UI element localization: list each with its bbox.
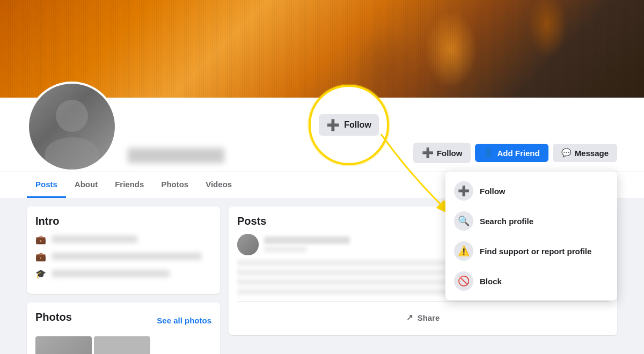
- follow-icon: ➕: [422, 147, 434, 159]
- follow-button[interactable]: ➕ Follow: [413, 143, 471, 163]
- follow-label: Follow: [437, 149, 463, 158]
- message-button[interactable]: 💬 Message: [553, 144, 617, 162]
- photo-thumb-2[interactable]: [94, 336, 150, 354]
- dropdown-follow-label: Follow: [480, 187, 506, 196]
- intro-item-2: 💼: [35, 251, 211, 262]
- dropdown-follow-icon: ➕: [454, 181, 473, 201]
- profile-actions: ➕ Follow 👤 Add Friend 💬 Message: [413, 143, 617, 172]
- photos-grid: [35, 336, 211, 354]
- highlighted-follow-label: Follow: [344, 120, 371, 130]
- highlighted-follow-icon: ➕: [326, 119, 340, 131]
- profile-name-blur: [128, 148, 224, 163]
- see-all-photos-link[interactable]: See all photos: [157, 316, 211, 325]
- photos-card: Photos See all photos: [27, 303, 220, 354]
- post-author-avatar: [237, 234, 259, 255]
- share-label: Share: [418, 313, 440, 322]
- add-friend-icon: 👤: [484, 148, 494, 158]
- intro-card: Intro 💼 💼 🎓: [27, 206, 220, 294]
- education-icon: 🎓: [35, 268, 46, 279]
- highlight-circle: ➕ Follow: [309, 85, 389, 165]
- add-friend-button[interactable]: 👤 Add Friend: [475, 144, 548, 162]
- dropdown-item-follow[interactable]: ➕ Follow: [445, 176, 617, 206]
- post-meta-blur: [264, 246, 307, 253]
- avatar: [27, 82, 117, 172]
- dropdown-item-block[interactable]: 🚫 Block: [445, 266, 617, 296]
- dropdown-search-icon: 🔍: [454, 211, 473, 231]
- photos-title: Photos: [35, 311, 72, 323]
- intro-text-3: [52, 270, 170, 277]
- highlighted-follow-button[interactable]: ➕ Follow: [319, 114, 379, 136]
- avatar-wrapper: [27, 82, 117, 172]
- left-sidebar: Intro 💼 💼 🎓 Photos See all photos: [27, 206, 220, 354]
- intro-text-1: [52, 235, 137, 243]
- photos-header: Photos See all photos: [35, 311, 211, 330]
- add-friend-label: Add Friend: [497, 149, 539, 158]
- tab-videos[interactable]: Videos: [197, 172, 240, 198]
- intro-item-1: 💼: [35, 234, 211, 245]
- briefcase-icon-1: 💼: [35, 234, 46, 245]
- briefcase-icon-2: 💼: [35, 251, 46, 262]
- tab-posts[interactable]: Posts: [27, 172, 66, 198]
- dropdown-search-label: Search profile: [480, 217, 533, 226]
- share-button[interactable]: ↗ Share: [237, 308, 609, 327]
- message-icon: 💬: [561, 148, 572, 158]
- intro-item-3: 🎓: [35, 268, 211, 279]
- intro-text-2: [52, 253, 202, 260]
- tab-about[interactable]: About: [66, 172, 106, 198]
- tab-friends[interactable]: Friends: [106, 172, 152, 198]
- avatar-inner: [29, 84, 115, 169]
- tab-photos[interactable]: Photos: [152, 172, 197, 198]
- dropdown-item-report[interactable]: ⚠️ Find support or report profile: [445, 236, 617, 266]
- share-icon: ↗: [406, 313, 413, 322]
- dropdown-menu: ➕ Follow 🔍 Search profile ⚠️ Find suppor…: [445, 172, 617, 300]
- dropdown-block-label: Block: [480, 277, 502, 286]
- intro-title: Intro: [35, 215, 211, 227]
- dropdown-block-icon: 🚫: [454, 271, 473, 291]
- post-author-name-blur: [264, 237, 350, 244]
- message-label: Message: [575, 149, 609, 158]
- post-divider: [237, 301, 609, 302]
- photo-thumb-1[interactable]: [35, 336, 92, 354]
- dropdown-report-label: Find support or report profile: [480, 247, 591, 256]
- dropdown-report-icon: ⚠️: [454, 241, 473, 261]
- dropdown-item-search[interactable]: 🔍 Search profile: [445, 206, 617, 236]
